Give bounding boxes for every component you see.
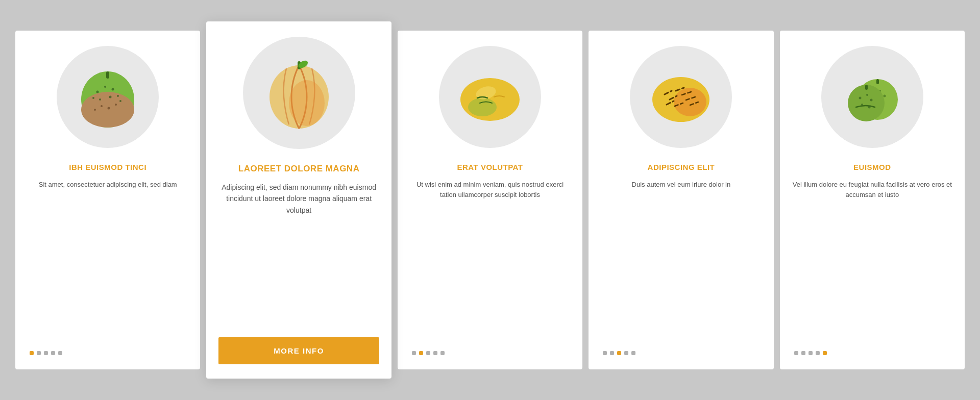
svg-rect-37 bbox=[876, 79, 879, 84]
svg-point-4 bbox=[112, 88, 114, 91]
svg-point-40 bbox=[866, 94, 868, 96]
dot-1-2 bbox=[37, 351, 41, 355]
dot-3-4 bbox=[433, 351, 437, 355]
card-desc-1: Sit amet, consectetuer adipiscing elit, … bbox=[39, 180, 177, 337]
dot-5-1 bbox=[794, 351, 798, 355]
svg-point-5 bbox=[117, 95, 119, 97]
fruit-icon-lime-pair bbox=[837, 61, 908, 133]
dot-4-4 bbox=[624, 351, 628, 355]
card-title-5: EUISMOD bbox=[853, 162, 891, 172]
svg-rect-44 bbox=[865, 85, 868, 90]
card-title-1: IBH EUISMOD TINCI bbox=[69, 162, 146, 172]
svg-point-41 bbox=[870, 99, 872, 102]
svg-point-8 bbox=[101, 105, 103, 107]
svg-point-6 bbox=[99, 98, 101, 101]
svg-point-10 bbox=[115, 104, 117, 106]
dot-4-1 bbox=[603, 351, 607, 355]
dot-5-2 bbox=[801, 351, 805, 355]
dot-1-3 bbox=[44, 351, 48, 355]
dot-4-5 bbox=[631, 351, 635, 355]
dot-4-3 bbox=[617, 351, 621, 355]
svg-point-20 bbox=[468, 98, 497, 116]
fruit-circle-5 bbox=[821, 46, 923, 148]
svg-point-16 bbox=[289, 80, 325, 126]
dot-3-2 bbox=[419, 351, 423, 355]
cards-container: IBH EUISMOD TINCI Sit amet, consectetuer… bbox=[15, 31, 965, 369]
svg-point-3 bbox=[104, 86, 106, 88]
fruit-circle-3 bbox=[439, 46, 541, 148]
fruit-icon-cantaloupe bbox=[258, 52, 340, 134]
svg-point-35 bbox=[883, 95, 886, 97]
svg-point-11 bbox=[94, 109, 96, 111]
svg-point-2 bbox=[96, 91, 99, 93]
card-desc-2: Adipiscing elit, sed diam nonummy nibh e… bbox=[218, 182, 379, 325]
dot-1-1 bbox=[30, 351, 34, 355]
svg-point-38 bbox=[848, 85, 885, 121]
dots-row-4 bbox=[601, 351, 761, 355]
svg-point-7 bbox=[109, 96, 112, 98]
dots-row-1 bbox=[28, 351, 188, 355]
card-5: EUISMOD Vel illum dolore eu feugiat null… bbox=[780, 31, 965, 369]
card-desc-5: Vel illum dolore eu feugiat nulla facili… bbox=[792, 180, 952, 337]
svg-point-13 bbox=[92, 97, 94, 99]
dot-3-5 bbox=[440, 351, 445, 355]
svg-point-12 bbox=[119, 100, 121, 102]
dot-3-3 bbox=[426, 351, 430, 355]
dot-3-1 bbox=[412, 351, 416, 355]
fruit-circle-4 bbox=[630, 46, 732, 148]
svg-point-39 bbox=[859, 97, 861, 99]
dots-row-3 bbox=[410, 351, 570, 355]
dot-1-4 bbox=[51, 351, 55, 355]
dot-5-4 bbox=[816, 351, 820, 355]
card-1: IBH EUISMOD TINCI Sit amet, consectetuer… bbox=[15, 31, 200, 369]
fruit-circle-1 bbox=[57, 46, 159, 148]
card-4: ADIPISCING ELIT Duis autem vel eum iriur… bbox=[589, 31, 773, 369]
card-title-4: ADIPISCING ELIT bbox=[648, 162, 715, 172]
card-title-3: ERAT VOLUTPAT bbox=[457, 162, 523, 172]
dot-5-5 bbox=[823, 351, 827, 355]
svg-point-9 bbox=[108, 107, 110, 110]
dot-5-3 bbox=[808, 351, 813, 355]
card-desc-3: Ut wisi enim ad minim veniam, quis nostr… bbox=[410, 180, 570, 337]
fruit-circle-2 bbox=[243, 37, 355, 149]
more-info-button[interactable]: MORE INFO bbox=[218, 337, 379, 364]
card-desc-4: Duis autem vel eum iriure dolor in bbox=[632, 180, 731, 337]
card-2: LAOREET DOLORE MAGNA Adipiscing elit, se… bbox=[206, 21, 391, 379]
fruit-icon-green-melon bbox=[72, 61, 143, 133]
dots-row-5 bbox=[792, 351, 952, 355]
dot-1-5 bbox=[58, 351, 62, 355]
card-3: ERAT VOLUTPAT Ut wisi enim ad minim veni… bbox=[398, 31, 582, 369]
fruit-icon-striped-melon bbox=[645, 61, 717, 133]
fruit-icon-mango bbox=[454, 61, 526, 133]
dot-4-2 bbox=[610, 351, 614, 355]
svg-point-1 bbox=[81, 92, 134, 128]
svg-rect-14 bbox=[106, 71, 109, 79]
card-title-2: LAOREET DOLORE MAGNA bbox=[238, 163, 360, 174]
